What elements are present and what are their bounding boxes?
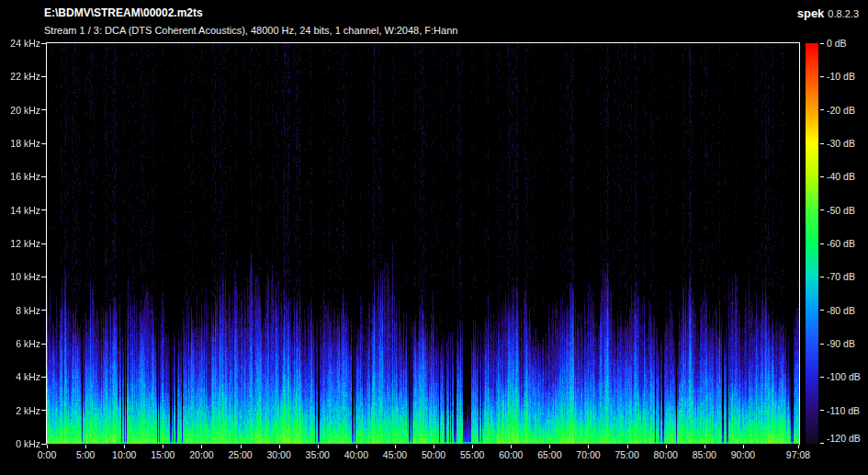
app-version: 0.8.2.3 [828, 8, 859, 19]
freq-tick [41, 76, 46, 77]
freq-tick [41, 143, 46, 144]
freq-tick [41, 344, 46, 345]
freq-tick [41, 43, 46, 44]
db-tick-label: -40 dB [827, 171, 855, 182]
file-path-title: E:\BDMV\STREAM\00002.m2ts [44, 6, 203, 19]
time-tick [588, 445, 589, 448]
time-tick [434, 445, 434, 448]
freq-tick-label: 8 kHz [0, 305, 40, 316]
time-tick [511, 445, 512, 448]
freq-tick [41, 310, 46, 311]
freq-tick-label: 10 kHz [0, 271, 40, 282]
db-tick-label: -120 dB [827, 433, 861, 444]
freq-tick-label: 4 kHz [0, 371, 40, 382]
db-tick-label: -90 dB [827, 338, 855, 349]
db-tick [820, 243, 824, 244]
time-tick [705, 445, 705, 448]
db-tick-label: -70 dB [827, 271, 855, 282]
db-tick [820, 109, 824, 110]
db-tick-label: -80 dB [827, 305, 855, 316]
db-tick-label: -10 dB [827, 71, 855, 82]
db-tick-label: -50 dB [827, 205, 855, 216]
db-tick [820, 410, 824, 411]
freq-tick [41, 176, 46, 177]
freq-tick-label: 12 kHz [0, 238, 40, 249]
freq-tick-label: 0 kHz [0, 438, 40, 449]
freq-tick-label: 20 kHz [0, 105, 40, 116]
time-tick [395, 445, 396, 448]
freq-tick [41, 410, 46, 411]
db-tick [820, 143, 824, 144]
time-tick [241, 445, 242, 448]
db-tick [820, 310, 824, 311]
db-tick [820, 76, 824, 77]
freq-tick [41, 209, 46, 210]
time-tick [549, 445, 550, 448]
freq-tick-label: 24 kHz [0, 38, 40, 49]
freq-tick-label: 16 kHz [0, 171, 40, 182]
db-tick [820, 209, 824, 210]
app-name: spek [797, 6, 825, 20]
db-tick [820, 377, 824, 378]
db-tick-label: 0 dB [827, 38, 847, 49]
time-tick [627, 445, 628, 448]
db-tick-label: -60 dB [827, 238, 855, 249]
time-tick-label: 90:00 [720, 449, 766, 460]
time-tick [47, 445, 48, 448]
stream-info: Stream 1 / 3: DCA (DTS Coherent Acoustic… [44, 25, 457, 36]
db-tick [820, 176, 824, 177]
db-tick [820, 344, 824, 345]
time-tick [472, 445, 473, 448]
time-tick [163, 445, 163, 448]
time-tick [666, 445, 667, 448]
freq-tick-label: 22 kHz [0, 71, 40, 82]
db-tick-label: -100 dB [827, 371, 861, 382]
freq-tick [41, 444, 46, 445]
time-tick [279, 445, 280, 448]
freq-tick-label: 6 kHz [0, 338, 40, 349]
spek-app-window: E:\BDMV\STREAM\00002.m2ts spek 0.8.2.3 S… [0, 0, 868, 475]
db-tick-label: -20 dB [827, 105, 855, 116]
freq-tick [41, 277, 46, 277]
time-tick [85, 445, 86, 448]
spectrogram-canvas [47, 43, 799, 444]
time-tick [201, 445, 202, 448]
time-tick [743, 445, 744, 448]
time-tick [124, 445, 125, 448]
db-tick [820, 43, 824, 44]
freq-tick [41, 243, 46, 244]
time-tick-label: 97:08 [775, 449, 821, 460]
freq-tick [41, 377, 46, 378]
db-tick-label: -110 dB [827, 405, 860, 416]
freq-tick-label: 18 kHz [0, 138, 40, 149]
plot-border-right [799, 42, 800, 445]
db-tick [820, 443, 824, 444]
freq-tick [41, 109, 46, 110]
db-legend-gradient-bar [806, 43, 818, 444]
app-brand: spek 0.8.2.3 [797, 6, 859, 20]
time-tick [798, 445, 799, 448]
db-tick-label: -30 dB [827, 138, 855, 149]
freq-tick-label: 2 kHz [0, 405, 40, 416]
time-tick [356, 445, 357, 448]
db-tick [820, 277, 824, 277]
time-tick [318, 445, 319, 448]
freq-tick-label: 14 kHz [0, 205, 40, 216]
